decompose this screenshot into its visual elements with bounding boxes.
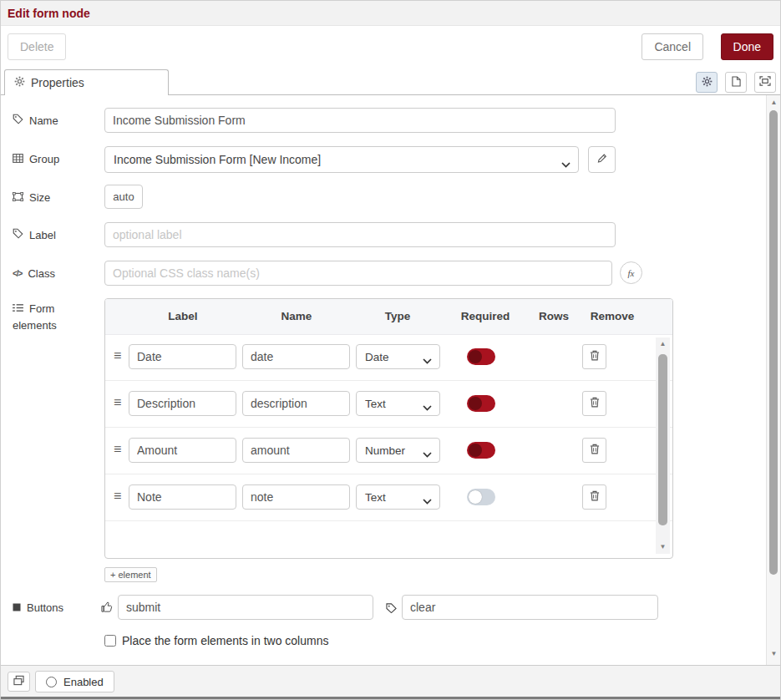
element-type-select[interactable]: Text <box>356 484 440 510</box>
delete-element-button[interactable] <box>582 391 606 416</box>
tab-bar: Properties <box>1 69 780 95</box>
edit-group-button[interactable] <box>588 146 616 173</box>
chevron-down-icon <box>423 495 432 507</box>
trash-icon <box>590 397 600 410</box>
size-field-label: Size <box>13 185 50 210</box>
required-toggle[interactable] <box>467 489 495 505</box>
element-rows: ≡ Date ≡ Text ≡ Number <box>105 334 672 558</box>
elements-table: Label Name Type Required Rows Remove ≡ D… <box>104 298 673 559</box>
form-elements-field-label: Form elements <box>13 301 57 334</box>
form-element-row: ≡ Date <box>105 334 672 381</box>
element-label-input[interactable] <box>129 391 236 416</box>
two-columns-option: Place the form elements in two columns <box>104 634 328 647</box>
tab-properties[interactable]: Properties <box>4 69 169 95</box>
add-element-button[interactable]: + element <box>104 567 157 582</box>
column-header-type: Type <box>352 299 444 334</box>
element-type-select[interactable]: Number <box>356 438 440 463</box>
drag-handle-icon[interactable]: ≡ <box>114 348 121 363</box>
column-header-required: Required <box>444 299 527 334</box>
main-scrollbar[interactable]: ▲ ▼ <box>766 95 780 665</box>
element-label-input[interactable] <box>129 438 236 463</box>
table-scrollbar[interactable]: ▲ ▼ <box>656 337 670 554</box>
required-toggle[interactable] <box>467 395 495 412</box>
done-button[interactable]: Done <box>721 33 773 60</box>
tab-properties-label: Properties <box>31 76 84 89</box>
element-label-input[interactable] <box>129 484 236 510</box>
document-icon <box>732 76 741 89</box>
form-element-row: ≡ Number <box>105 428 672 474</box>
drag-handle-icon[interactable]: ≡ <box>114 395 121 410</box>
two-columns-checkbox[interactable] <box>104 635 116 647</box>
code-icon: </> <box>13 269 22 278</box>
tag-icon <box>386 602 397 616</box>
table-icon <box>13 153 23 165</box>
drag-handle-icon[interactable]: ≡ <box>114 489 121 504</box>
node-description-button[interactable] <box>725 72 747 93</box>
two-columns-label: Place the form elements in two columns <box>122 634 328 647</box>
delete-element-button[interactable] <box>582 438 606 463</box>
element-name-input[interactable] <box>242 344 350 369</box>
square-icon <box>13 601 21 614</box>
frame-icon <box>759 76 771 89</box>
enabled-button[interactable]: Enabled <box>35 671 114 692</box>
edit-form-node-dialog: Edit form node Delete Cancel Done Proper… <box>0 0 781 700</box>
element-name-input[interactable] <box>242 484 350 510</box>
node-properties-button[interactable] <box>696 72 718 93</box>
column-header-remove: Remove <box>582 299 642 334</box>
trash-icon <box>590 350 600 363</box>
elements-table-header: Label Name Type Required Rows Remove <box>105 299 672 335</box>
scroll-thumb[interactable] <box>769 110 778 575</box>
size-auto-button[interactable]: auto <box>104 185 143 209</box>
delete-element-button[interactable] <box>582 484 606 510</box>
thumbs-up-icon <box>101 601 113 615</box>
list-icon <box>13 301 23 317</box>
tab-actions <box>696 72 776 93</box>
required-toggle[interactable] <box>467 348 495 365</box>
dialog-footer: Enabled <box>1 665 780 697</box>
name-input[interactable] <box>104 108 616 133</box>
label-field-label: Label <box>13 222 56 247</box>
submit-button-input[interactable] <box>118 595 373 620</box>
buttons-field-label: Buttons <box>13 595 63 620</box>
element-type-select[interactable]: Date <box>356 344 440 369</box>
scroll-thumb[interactable] <box>658 354 667 525</box>
form-element-row: ≡ Text <box>105 381 672 428</box>
delete-button[interactable]: Delete <box>8 33 66 60</box>
element-name-input[interactable] <box>242 438 350 463</box>
pencil-icon <box>596 153 607 166</box>
cancel-button[interactable]: Cancel <box>642 33 703 60</box>
delete-element-button[interactable] <box>582 344 606 369</box>
element-name-input[interactable] <box>242 391 350 416</box>
clear-button-input[interactable] <box>402 595 658 620</box>
node-appearance-button[interactable] <box>754 72 776 93</box>
label-input[interactable] <box>104 222 616 247</box>
dialog-header: Edit form node <box>1 1 780 26</box>
scroll-down-arrow[interactable]: ▼ <box>656 542 670 552</box>
column-header-rows: Rows <box>525 299 582 334</box>
layers-icon <box>13 675 24 688</box>
radio-circle-icon <box>46 677 57 687</box>
class-input[interactable] <box>104 261 612 286</box>
chevron-down-icon <box>561 157 571 170</box>
chevron-down-icon <box>423 401 432 413</box>
tag-icon <box>13 114 23 127</box>
required-toggle[interactable] <box>467 442 495 459</box>
element-type-select[interactable]: Text <box>356 391 440 416</box>
trash-icon <box>590 444 600 457</box>
layers-button[interactable] <box>8 672 30 692</box>
class-style-button[interactable]: fx <box>620 261 642 284</box>
drag-handle-icon[interactable]: ≡ <box>114 442 121 457</box>
scroll-up-arrow[interactable]: ▲ <box>656 339 670 349</box>
name-field-label: Name <box>13 108 58 133</box>
group-select[interactable]: Income Submission Form [New Income] <box>104 146 579 173</box>
chevron-down-icon <box>423 448 432 460</box>
element-label-input[interactable] <box>129 344 236 369</box>
gear-icon <box>702 76 713 89</box>
chevron-down-icon <box>423 354 432 367</box>
scroll-up-arrow[interactable]: ▲ <box>767 98 781 108</box>
scroll-down-arrow[interactable]: ▼ <box>767 649 781 659</box>
form-element-row: ≡ Text <box>105 474 672 521</box>
resize-icon <box>13 191 23 204</box>
window-bottom-edge <box>1 697 780 699</box>
enabled-label: Enabled <box>63 676 104 688</box>
